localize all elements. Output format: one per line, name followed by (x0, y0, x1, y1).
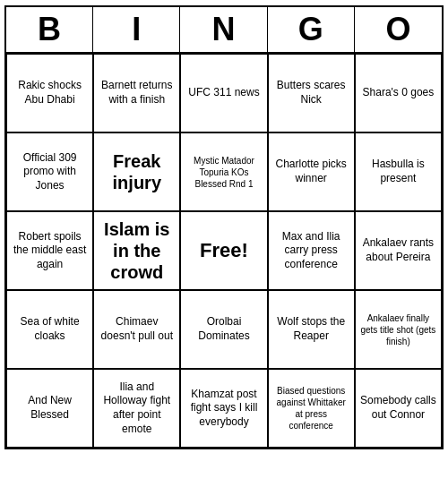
bingo-cell-15[interactable]: Sea of white cloaks (6, 290, 93, 369)
bingo-cell-17[interactable]: Orolbai Dominates (180, 290, 267, 369)
bingo-cell-7[interactable]: Mystic Matador Topuria KOs Blessed Rnd 1 (180, 132, 267, 211)
bingo-cell-23[interactable]: Biased questions against Whittaker at pr… (268, 369, 355, 448)
bingo-grid: Rakic shocks Abu DhabiBarnett returns wi… (6, 54, 442, 448)
bingo-cell-16[interactable]: Chimaev doesn't pull out (93, 290, 180, 369)
header-letter-G: G (268, 7, 355, 52)
bingo-cell-8[interactable]: Charlotte picks winner (268, 132, 355, 211)
bingo-cell-20[interactable]: And New Blessed (6, 369, 93, 448)
bingo-cell-3[interactable]: Butters scares Nick (268, 54, 355, 132)
bingo-cell-6[interactable]: Freak injury (93, 132, 180, 211)
bingo-header: BINGO (6, 7, 442, 54)
bingo-cell-24[interactable]: Somebody calls out Connor (355, 369, 442, 448)
bingo-cell-13[interactable]: Max and Ilia carry press conference (268, 211, 355, 290)
header-letter-N: N (180, 7, 267, 52)
bingo-cell-12[interactable]: Free! (180, 211, 267, 290)
header-letter-O: O (355, 7, 442, 52)
header-letter-B: B (6, 7, 93, 52)
bingo-cell-18[interactable]: Wolf stops the Reaper (268, 290, 355, 369)
bingo-cell-4[interactable]: Shara's 0 goes (355, 54, 442, 132)
bingo-cell-2[interactable]: UFC 311 news (180, 54, 267, 132)
bingo-cell-19[interactable]: Ankalaev finally gets title shot (gets f… (355, 290, 442, 369)
bingo-cell-5[interactable]: Official 309 promo with Jones (6, 132, 93, 211)
bingo-card: BINGO Rakic shocks Abu DhabiBarnett retu… (4, 5, 444, 449)
header-letter-I: I (93, 7, 180, 52)
bingo-cell-14[interactable]: Ankalaev rants about Pereira (355, 211, 442, 290)
bingo-cell-21[interactable]: Ilia and Holloway fight after point emot… (93, 369, 180, 448)
bingo-cell-1[interactable]: Barnett returns with a finish (93, 54, 180, 132)
bingo-cell-0[interactable]: Rakic shocks Abu Dhabi (6, 54, 93, 132)
bingo-cell-9[interactable]: Hasbulla is present (355, 132, 442, 211)
bingo-cell-10[interactable]: Robert spoils the middle east again (6, 211, 93, 290)
bingo-cell-11[interactable]: Islam is in the crowd (93, 211, 180, 290)
bingo-cell-22[interactable]: Khamzat post fight says I kill everybody (180, 369, 267, 448)
